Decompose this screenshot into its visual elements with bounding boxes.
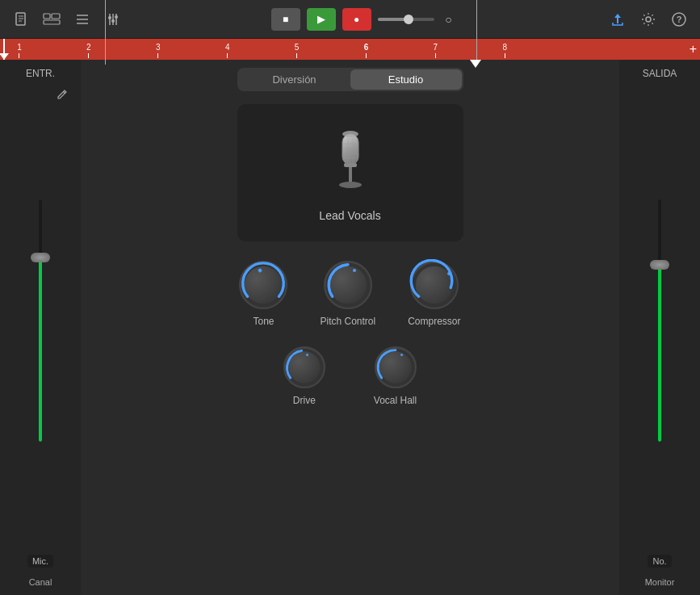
tab-bar: Diversión Estudio [237,68,463,91]
left-panel: ENTR. Mic. Canal [0,60,81,595]
timeline-mark-1: 1 [17,43,22,58]
compressor-knob[interactable] [410,261,459,309]
main-area: ENTR. Mic. Canal Diversión Estudio [0,60,700,595]
pitch-knob-wrap: Pitch Control [320,261,375,327]
svg-rect-5 [52,14,60,19]
connector-line-right [476,0,477,65]
timeline-mark-4: 4 [225,43,230,58]
pencil-icon[interactable] [57,89,68,103]
play-button[interactable]: ▶ [307,8,336,31]
vocal-hall-knob[interactable] [375,346,417,388]
volume-control: ○ [378,8,460,31]
volume-circle-icon: ○ [438,8,460,31]
svg-text:?: ? [677,15,682,24]
toolbar-right: ? [606,8,690,31]
svg-rect-6 [44,20,60,24]
pitch-control-label: Pitch Control [320,316,375,327]
compressor-label: Compressor [408,316,460,327]
svg-point-13 [108,16,111,19]
knobs-row-1: Tone Pitch Control [239,261,460,327]
drive-knob[interactable] [283,346,325,388]
output-fader-fill [658,267,661,442]
timeline-playhead [3,39,5,60]
input-channel-box[interactable]: Mic. [27,555,53,568]
center-panel: Diversión Estudio [81,60,619,595]
timeline-add-button[interactable]: + [690,42,697,57]
vocal-hall-label: Vocal Hall [374,395,417,406]
timeline-marks: 1 2 3 4 5 6 7 8 [3,39,697,60]
volume-thumb [404,15,413,24]
svg-point-15 [115,15,118,19]
svg-rect-19 [342,134,358,165]
play-icon: ▶ [317,13,325,25]
stop-button[interactable]: ■ [271,8,300,31]
help-icon[interactable]: ? [668,8,690,31]
tone-knob-wrap: Tone [239,261,287,327]
vocal-hall-knob-wrap: Vocal Hall [374,346,417,406]
svg-point-26 [342,131,358,137]
stop-icon: ■ [283,14,288,25]
input-label: ENTR. [26,68,55,79]
instrument-box[interactable]: Lead Vocals [237,104,463,241]
tab-studio[interactable]: Estudio [350,69,462,90]
output-fader-container [658,86,661,555]
mic-image [318,124,383,204]
timeline-mark-2: 2 [86,43,91,58]
input-fader-container [39,86,42,555]
connector-line-left [105,0,106,65]
tab-fun[interactable]: Diversión [239,69,350,90]
timeline-mark-3: 3 [156,43,161,58]
tone-knob[interactable] [239,261,287,309]
timeline-mark-5: 5 [295,43,300,58]
timeline-mark-8: 8 [502,43,507,58]
record-icon: ● [354,14,359,25]
drive-label: Drive [293,395,316,406]
list-view-icon[interactable] [71,8,94,31]
compressor-knob-wrap: Compressor [408,261,460,327]
output-channel-label: Monitor [645,577,675,587]
svg-point-14 [111,19,115,23]
svg-point-29 [339,182,362,188]
output-channel-box[interactable]: No. [648,555,671,568]
svg-rect-4 [44,14,50,19]
output-label: SALIDA [643,68,677,79]
instrument-name: Lead Vocals [319,209,380,222]
output-fader-thumb[interactable] [650,260,669,270]
settings-icon[interactable] [637,8,660,31]
input-fader-fill [39,260,42,442]
pitch-control-knob[interactable] [324,261,372,309]
input-fader-thumb[interactable] [31,253,50,262]
record-button[interactable]: ● [342,8,371,31]
playhead-arrow [0,53,9,60]
track-view-icon[interactable] [40,8,63,31]
output-fader-track[interactable] [658,199,661,442]
volume-slider[interactable] [378,18,434,21]
knobs-row-2: Drive Vocal Hall [283,346,417,406]
share-icon[interactable] [606,8,629,31]
right-panel: SALIDA No. Monitor [619,60,700,595]
input-channel-label: Canal [29,577,52,587]
timeline-mark-6: 6 [364,43,369,58]
timeline-mark-7: 7 [434,43,438,58]
playhead-marker [470,60,481,68]
input-fader-track[interactable] [39,199,42,442]
svg-rect-27 [344,163,357,167]
new-file-icon[interactable] [10,8,32,31]
tone-label: Tone [253,316,274,327]
svg-point-16 [646,17,651,22]
toolbar-left [10,8,124,31]
drive-knob-wrap: Drive [283,346,325,406]
toolbar-center: ■ ▶ ● ○ [131,8,600,31]
